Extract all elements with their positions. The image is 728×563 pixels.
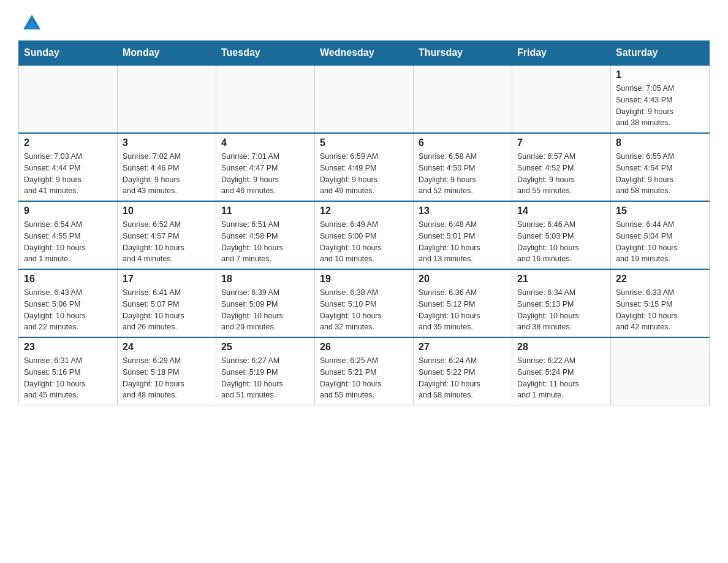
calendar-cell [216,65,315,133]
calendar-cell: 27Sunrise: 6:24 AM Sunset: 5:22 PM Dayli… [414,337,512,405]
day-number: 26 [320,342,408,353]
day-info: Sunrise: 6:27 AM Sunset: 5:19 PM Dayligh… [221,355,309,401]
day-number: 15 [616,205,704,216]
day-number: 21 [517,274,605,285]
day-info: Sunrise: 6:55 AM Sunset: 4:54 PM Dayligh… [616,151,704,197]
calendar-cell: 24Sunrise: 6:29 AM Sunset: 5:18 PM Dayli… [118,337,216,405]
day-info: Sunrise: 6:31 AM Sunset: 5:16 PM Dayligh… [24,355,112,401]
calendar-cell: 28Sunrise: 6:22 AM Sunset: 5:24 PM Dayli… [512,337,611,405]
calendar-week-row: 1Sunrise: 7:05 AM Sunset: 4:43 PM Daylig… [19,65,710,133]
calendar-cell: 10Sunrise: 6:52 AM Sunset: 4:57 PM Dayli… [118,201,216,269]
day-info: Sunrise: 6:29 AM Sunset: 5:18 PM Dayligh… [123,355,211,401]
calendar-cell: 21Sunrise: 6:34 AM Sunset: 5:13 PM Dayli… [512,269,611,337]
day-number: 1 [616,69,704,80]
day-info: Sunrise: 7:01 AM Sunset: 4:47 PM Dayligh… [221,151,309,197]
calendar-cell [414,65,512,133]
day-info: Sunrise: 6:54 AM Sunset: 4:55 PM Dayligh… [24,219,112,265]
day-number: 17 [123,274,211,285]
calendar-cell: 26Sunrise: 6:25 AM Sunset: 5:21 PM Dayli… [315,337,414,405]
day-number: 25 [221,342,309,353]
day-number: 3 [123,137,211,148]
day-number: 19 [320,274,408,285]
day-info: Sunrise: 6:48 AM Sunset: 5:01 PM Dayligh… [419,219,507,265]
calendar-cell: 22Sunrise: 6:33 AM Sunset: 5:15 PM Dayli… [611,269,710,337]
day-number: 8 [616,137,704,148]
header-row: SundayMondayTuesdayWednesdayThursdayFrid… [19,41,710,66]
header-tuesday: Tuesday [216,41,315,66]
day-number: 27 [419,342,507,353]
calendar-cell [315,65,414,133]
calendar-cell: 14Sunrise: 6:46 AM Sunset: 5:03 PM Dayli… [512,201,611,269]
day-number: 11 [221,205,309,216]
day-info: Sunrise: 6:38 AM Sunset: 5:10 PM Dayligh… [320,287,408,333]
day-info: Sunrise: 7:05 AM Sunset: 4:43 PM Dayligh… [616,83,704,129]
header-saturday: Saturday [611,41,710,66]
day-info: Sunrise: 6:52 AM Sunset: 4:57 PM Dayligh… [123,219,211,265]
day-info: Sunrise: 6:24 AM Sunset: 5:22 PM Dayligh… [419,355,507,401]
calendar-week-row: 9Sunrise: 6:54 AM Sunset: 4:55 PM Daylig… [19,201,710,269]
calendar-cell: 15Sunrise: 6:44 AM Sunset: 5:04 PM Dayli… [611,201,710,269]
day-number: 6 [419,137,507,148]
day-number: 16 [24,274,112,285]
day-number: 9 [24,205,112,216]
calendar-cell: 4Sunrise: 7:01 AM Sunset: 4:47 PM Daylig… [216,133,315,201]
calendar-week-row: 2Sunrise: 7:03 AM Sunset: 4:44 PM Daylig… [19,133,710,201]
day-info: Sunrise: 6:39 AM Sunset: 5:09 PM Dayligh… [221,287,309,333]
day-number: 18 [221,274,309,285]
day-number: 2 [24,137,112,148]
calendar-cell: 12Sunrise: 6:49 AM Sunset: 5:00 PM Dayli… [315,201,414,269]
calendar-week-row: 16Sunrise: 6:43 AM Sunset: 5:06 PM Dayli… [19,269,710,337]
page-header [18,12,710,34]
day-number: 23 [24,342,112,353]
calendar-cell: 2Sunrise: 7:03 AM Sunset: 4:44 PM Daylig… [19,133,118,201]
calendar-cell: 11Sunrise: 6:51 AM Sunset: 4:58 PM Dayli… [216,201,315,269]
calendar-cell: 3Sunrise: 7:02 AM Sunset: 4:46 PM Daylig… [118,133,216,201]
calendar-cell: 7Sunrise: 6:57 AM Sunset: 4:52 PM Daylig… [512,133,611,201]
day-info: Sunrise: 6:46 AM Sunset: 5:03 PM Dayligh… [517,219,605,265]
header-sunday: Sunday [19,41,118,66]
calendar-cell: 8Sunrise: 6:55 AM Sunset: 4:54 PM Daylig… [611,133,710,201]
day-number: 20 [419,274,507,285]
calendar-cell: 19Sunrise: 6:38 AM Sunset: 5:10 PM Dayli… [315,269,414,337]
day-number: 14 [517,205,605,216]
day-info: Sunrise: 6:49 AM Sunset: 5:00 PM Dayligh… [320,219,408,265]
calendar-cell: 17Sunrise: 6:41 AM Sunset: 5:07 PM Dayli… [118,269,216,337]
day-info: Sunrise: 6:58 AM Sunset: 4:50 PM Dayligh… [419,151,507,197]
day-number: 4 [221,137,309,148]
day-info: Sunrise: 6:33 AM Sunset: 5:15 PM Dayligh… [616,287,704,333]
header-thursday: Thursday [414,41,512,66]
day-number: 10 [123,205,211,216]
day-number: 7 [517,137,605,148]
day-info: Sunrise: 6:44 AM Sunset: 5:04 PM Dayligh… [616,219,704,265]
day-number: 28 [517,342,605,353]
day-info: Sunrise: 6:43 AM Sunset: 5:06 PM Dayligh… [24,287,112,333]
calendar-header: SundayMondayTuesdayWednesdayThursdayFrid… [19,41,710,66]
day-number: 12 [320,205,408,216]
calendar-cell: 9Sunrise: 6:54 AM Sunset: 4:55 PM Daylig… [19,201,118,269]
calendar-cell: 13Sunrise: 6:48 AM Sunset: 5:01 PM Dayli… [414,201,512,269]
calendar-cell: 16Sunrise: 6:43 AM Sunset: 5:06 PM Dayli… [19,269,118,337]
calendar-cell: 25Sunrise: 6:27 AM Sunset: 5:19 PM Dayli… [216,337,315,405]
calendar-week-row: 23Sunrise: 6:31 AM Sunset: 5:16 PM Dayli… [19,337,710,405]
calendar-cell: 23Sunrise: 6:31 AM Sunset: 5:16 PM Dayli… [19,337,118,405]
calendar-cell [512,65,611,133]
logo [18,12,45,34]
day-info: Sunrise: 6:36 AM Sunset: 5:12 PM Dayligh… [419,287,507,333]
day-info: Sunrise: 6:57 AM Sunset: 4:52 PM Dayligh… [517,151,605,197]
day-number: 22 [616,274,704,285]
day-number: 5 [320,137,408,148]
day-info: Sunrise: 6:34 AM Sunset: 5:13 PM Dayligh… [517,287,605,333]
calendar-cell: 20Sunrise: 6:36 AM Sunset: 5:12 PM Dayli… [414,269,512,337]
day-info: Sunrise: 6:59 AM Sunset: 4:49 PM Dayligh… [320,151,408,197]
calendar-cell: 6Sunrise: 6:58 AM Sunset: 4:50 PM Daylig… [414,133,512,201]
header-wednesday: Wednesday [315,41,414,66]
calendar-cell [118,65,216,133]
day-info: Sunrise: 7:03 AM Sunset: 4:44 PM Dayligh… [24,151,112,197]
calendar-cell: 5Sunrise: 6:59 AM Sunset: 4:49 PM Daylig… [315,133,414,201]
logo-icon [21,12,43,34]
calendar-body: 1Sunrise: 7:05 AM Sunset: 4:43 PM Daylig… [19,65,710,405]
calendar-cell [19,65,118,133]
calendar-cell: 18Sunrise: 6:39 AM Sunset: 5:09 PM Dayli… [216,269,315,337]
day-info: Sunrise: 6:51 AM Sunset: 4:58 PM Dayligh… [221,219,309,265]
day-number: 13 [419,205,507,216]
